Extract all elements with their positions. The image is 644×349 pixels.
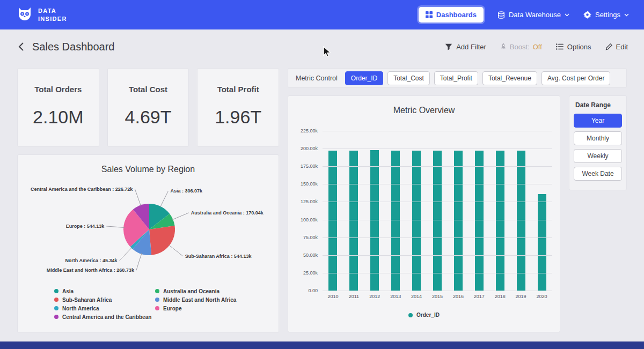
date-range-button-weekly[interactable]: Weekly [574, 149, 622, 163]
bar-2012[interactable] [370, 150, 379, 291]
legend-dot [408, 313, 413, 317]
legend-item-europe[interactable]: Europe [155, 304, 279, 313]
pie-slice-sub-saharan-africa[interactable] [149, 226, 175, 255]
add-filter-label: Add Filter [456, 43, 486, 51]
legend-item-australia-and-oceania[interactable]: Australia and Oceania [155, 287, 279, 295]
nav-settings-button[interactable]: Settings [583, 11, 629, 19]
edit-button[interactable]: Edit [605, 43, 628, 51]
bar-2011[interactable] [349, 151, 358, 291]
kpi-label: Total Orders [34, 85, 82, 94]
kpi-row: Total Orders 2.10M Total Cost 4.69T Tota… [17, 68, 279, 147]
gridline [323, 291, 552, 291]
kpi-label: Total Cost [129, 85, 167, 94]
legend-label: Middle East and North Africa [163, 297, 236, 303]
legend-item-middle-east-and-north-africa[interactable]: Middle East and North Africa [155, 295, 279, 304]
nav-data-warehouse-button[interactable]: Data Warehouse [497, 11, 569, 19]
bar-slot [364, 131, 385, 291]
list-options-icon [556, 43, 564, 50]
y-axis-tick: 175.00k [301, 164, 318, 169]
y-axis: 225.00k200.00k175.00k150.00k125.00k100.0… [288, 131, 323, 291]
legend-dot [155, 306, 159, 310]
bar-2020[interactable] [538, 194, 546, 291]
date-range-button-week-date[interactable]: Week Date [574, 167, 622, 181]
brand-text: DATA INSIDER [38, 7, 67, 23]
pie-legend: AsiaSub-Saharan AfricaNorth AmericaCentr… [54, 287, 279, 321]
bar-slot [323, 131, 343, 291]
options-button[interactable]: Options [556, 43, 591, 51]
back-button[interactable] [16, 41, 26, 52]
bar-2015[interactable] [433, 151, 442, 291]
legend-item-central-america-and-the-caribbean[interactable]: Central America and the Caribbean [54, 313, 155, 321]
x-axis-tick: 2018 [489, 294, 510, 299]
pie-label-australia-and-oceania: Australia and Oceania : 170.04k [191, 210, 264, 216]
bar-2016[interactable] [454, 151, 463, 291]
brand-line2: INSIDER [38, 15, 67, 23]
bar-chart-legend[interactable]: Order_ID [288, 312, 560, 318]
bar-slot [448, 131, 469, 291]
pie-label-line [136, 253, 142, 270]
bar-2018[interactable] [496, 151, 504, 291]
navbar-menu: Dashboards Data Warehouse Settings [419, 7, 629, 23]
left-column: Total Orders 2.10M Total Cost 4.69T Tota… [17, 68, 279, 333]
gridline [323, 202, 552, 202]
bar-2017[interactable] [475, 151, 484, 291]
pie-label-sub-saharan-africa: Sub-Saharan Africa : 544.13k [185, 254, 252, 259]
add-filter-button[interactable]: Add Filter [445, 43, 486, 51]
x-axis-tick: 2013 [385, 294, 406, 299]
chevron-left-icon [18, 42, 24, 51]
date-range-button-year[interactable]: Year [574, 114, 622, 128]
y-axis-tick: 125.00k [301, 199, 318, 204]
boost-toggle[interactable]: Boost: Off [500, 43, 542, 51]
chevron-down-icon [565, 13, 569, 17]
kpi-value: 4.69T [125, 107, 172, 128]
legend-item-north-america[interactable]: North America [54, 304, 155, 313]
pie-label-line [172, 213, 188, 220]
kpi-label: Total Profit [217, 85, 259, 94]
y-axis-tick: 0.00 [308, 288, 318, 293]
brand-logo: DATA INSIDER [16, 7, 67, 23]
pie-chart: Asia : 306.07kAustralia and Oceania : 17… [18, 179, 280, 286]
x-axis-tick: 2012 [364, 294, 385, 299]
bar-2010[interactable] [328, 151, 337, 291]
nav-data-warehouse-label: Data Warehouse [509, 11, 561, 19]
options-label: Options [567, 43, 591, 51]
pie-label-line [160, 191, 168, 207]
pie-label-middle-east-and-north-africa: Middle East and North Africa : 260.73k [47, 268, 135, 273]
filter-funnel-icon [445, 43, 452, 50]
pie-label-line [169, 245, 183, 256]
metric-button-total-cost[interactable]: Total_Cost [387, 71, 430, 85]
main-content: Total Orders 2.10M Total Cost 4.69T Tota… [0, 64, 644, 333]
legend-item-asia[interactable]: Asia [54, 287, 155, 295]
date-range-button-monthly[interactable]: Monthly [574, 131, 622, 145]
gridline [323, 255, 552, 256]
nav-dashboards-button[interactable]: Dashboards [419, 7, 484, 23]
x-axis-tick: 2014 [406, 294, 427, 299]
bar-slot [531, 131, 552, 291]
legend-dot [155, 289, 159, 293]
metric-button-total-revenue[interactable]: Total_Revenue [482, 71, 537, 85]
bar-2013[interactable] [391, 151, 400, 291]
legend-label: North America [62, 306, 99, 311]
brand-line1: DATA [38, 7, 67, 14]
legend-label: Asia [62, 288, 74, 294]
bar-2019[interactable] [517, 151, 525, 291]
metric-button-total-profit[interactable]: Total_Profit [434, 71, 478, 85]
rocket-icon [500, 43, 507, 50]
gridline [323, 184, 552, 184]
pie-label-north-america: North America : 45.34k [65, 258, 118, 263]
y-axis-tick: 150.00k [301, 181, 318, 187]
bar-chart-card: Metric Overview 225.00k200.00k175.00k150… [288, 95, 560, 332]
gridline [323, 166, 552, 167]
legend-dot [54, 315, 58, 319]
legend-dot [54, 298, 58, 302]
metric-button-order-id[interactable]: Order_ID [345, 71, 383, 85]
legend-item-sub-saharan-africa[interactable]: Sub-Saharan Africa [54, 295, 155, 304]
nav-dashboards-label: Dashboards [436, 11, 477, 19]
metric-button-avg-cost-per-order[interactable]: Avg. Cost per Order [541, 71, 611, 85]
y-axis-tick: 50.00k [303, 253, 318, 258]
bar-plot-area [323, 131, 552, 291]
legend-label: Europe [163, 306, 181, 311]
metric-control-label: Metric Control [296, 75, 338, 82]
gridline [323, 148, 552, 149]
bar-2014[interactable] [412, 151, 421, 291]
